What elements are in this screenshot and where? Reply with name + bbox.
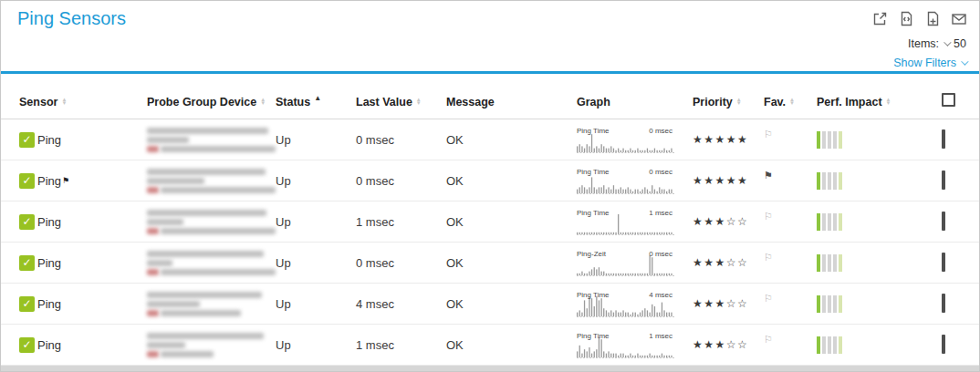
probe-group-device-cell[interactable] [147, 251, 276, 275]
last-value-cell: 0 msec [356, 133, 446, 147]
sensor-cell[interactable]: ✓ Ping ⚑ [19, 214, 147, 230]
sort-icon: ▲▼ [260, 98, 266, 105]
favorite-flag-icon[interactable]: ⚐ [764, 293, 773, 305]
perf-impact-bar [817, 172, 820, 190]
row-checkbox[interactable] [942, 253, 945, 272]
redacted-text-line [147, 137, 189, 143]
sensor-name[interactable]: Ping [37, 174, 61, 188]
favorite-cell[interactable]: ⚐ [764, 213, 817, 230]
message-cell: OK [446, 338, 577, 352]
open-in-new-window-icon[interactable] [871, 10, 888, 26]
priority-stars[interactable]: ★★★☆☆ [693, 297, 764, 310]
perf-impact-bar [839, 172, 842, 190]
xml-export-icon[interactable] [898, 10, 914, 26]
sensor-name[interactable]: Ping [37, 133, 61, 147]
items-count-control[interactable]: Items: 50 [908, 37, 966, 50]
show-filters-toggle[interactable]: Show Filters [893, 57, 966, 69]
redacted-text-line [147, 228, 276, 234]
row-checkbox[interactable] [942, 335, 945, 354]
favorite-flag-icon[interactable]: ⚐ [764, 129, 773, 140]
column-header-lastval[interactable]: Last Value▲▼ [356, 96, 446, 108]
probe-group-device-cell[interactable] [147, 333, 276, 357]
perf-impact-bar [833, 295, 837, 313]
mini-graph: Ping Time 1 msec [577, 332, 674, 358]
sensor-cell[interactable]: ✓ Ping ⚑ [19, 296, 147, 312]
priority-stars[interactable]: ★★★☆☆ [693, 215, 764, 228]
graph-label: Ping Time [577, 332, 610, 340]
row-checkbox[interactable] [942, 170, 945, 190]
row-checkbox[interactable] [942, 129, 945, 149]
favorite-cell[interactable]: ⚐ [764, 295, 817, 312]
favorite-cell[interactable]: ⚐ [764, 254, 817, 271]
sensor-status-check-icon: ✓ [19, 173, 35, 189]
graph-cell[interactable]: Ping Time 4 msec [577, 291, 693, 317]
page-title: Ping Sensors [17, 8, 126, 29]
probe-group-device-cell[interactable] [147, 169, 276, 193]
perf-impact-bar [822, 213, 826, 231]
favorite-cell[interactable]: ⚐ [764, 131, 817, 148]
row-checkbox[interactable] [942, 294, 945, 313]
last-value-cell: 0 msec [356, 174, 446, 188]
favorite-flag-icon[interactable]: ⚐ [764, 211, 773, 222]
favorite-flag-icon[interactable]: ⚐ [764, 252, 773, 264]
sensor-cell[interactable]: ✓ Ping ⚑ [19, 337, 147, 353]
add-report-icon[interactable] [924, 10, 941, 26]
items-label: Items: [908, 37, 939, 50]
graph-cell[interactable]: Ping Time 0 msec [577, 168, 693, 194]
graph-cell[interactable]: Ping Time 1 msec [577, 209, 693, 235]
redacted-text-line [147, 310, 276, 316]
favorite-cell[interactable]: ⚐ [764, 336, 817, 353]
favorite-flag-icon[interactable]: ⚐ [764, 334, 773, 346]
column-header-priority[interactable]: Priority▲▼ [693, 96, 764, 108]
mini-graph: Ping Time 0 msec [577, 168, 674, 194]
sensor-cell[interactable]: ✓ Ping ⚑ [19, 255, 147, 271]
column-header-select[interactable] [942, 95, 980, 108]
priority-stars[interactable]: ★★★☆☆ [693, 256, 764, 269]
redacted-text-line [147, 301, 200, 307]
redacted-text-line [147, 146, 276, 152]
perf-impact-meter [817, 131, 942, 149]
sensor-name[interactable]: Ping [37, 256, 61, 270]
row-checkbox[interactable] [942, 212, 945, 231]
perf-impact-bar [822, 172, 826, 190]
column-header-perf[interactable]: Perf. Impact▲▼ [817, 96, 942, 108]
column-header-sensor[interactable]: Sensor▲▼ [19, 96, 147, 108]
table-row: ✓ Ping ⚑ Up 0 msec OK Ping-Zeit 0 msec ★… [1, 243, 979, 284]
horizontal-scrollbar[interactable] [1, 366, 979, 371]
select-cell [942, 172, 980, 189]
sensor-name[interactable]: Ping [37, 338, 61, 352]
perf-impact-meter [817, 295, 942, 313]
last-value-cell: 0 msec [356, 256, 446, 270]
email-icon[interactable] [951, 10, 967, 26]
graph-cell[interactable]: Ping-Zeit 0 msec [577, 250, 693, 276]
favorite-cell[interactable]: ⚑ [764, 172, 817, 189]
probe-group-device-cell[interactable] [147, 128, 276, 152]
perf-impact-bar [833, 131, 837, 149]
favorite-flag-icon[interactable]: ⚑ [764, 170, 773, 181]
items-count: 50 [954, 37, 966, 50]
perf-impact-bar [822, 295, 826, 313]
perf-impact-bar [822, 254, 826, 272]
sensor-name[interactable]: Ping [37, 215, 61, 229]
device-icon [147, 310, 159, 316]
graph-value: 1 msec [649, 332, 672, 340]
probe-group-device-cell[interactable] [147, 292, 276, 316]
table-header-row: Sensor▲▼Probe Group Device▲▼Status▲Last … [1, 74, 979, 119]
perf-impact-bar [817, 254, 820, 272]
sensor-cell[interactable]: ✓ Ping ⚑ [19, 173, 147, 189]
sensor-name[interactable]: Ping [37, 297, 61, 311]
column-header-status[interactable]: Status▲ [276, 96, 356, 108]
probe-group-device-cell[interactable] [147, 210, 276, 234]
redacted-text-line [147, 178, 204, 184]
table-row: ✓ Ping ⚑ Up 1 msec OK Ping Time 1 msec ★… [1, 202, 979, 243]
sensor-cell[interactable]: ✓ Ping ⚑ [19, 132, 147, 148]
column-header-probe[interactable]: Probe Group Device▲▼ [147, 96, 276, 108]
priority-stars[interactable]: ★★★★★ [693, 133, 764, 146]
graph-label: Ping Time [577, 127, 610, 135]
select-all-checkbox[interactable] [942, 93, 955, 107]
priority-stars[interactable]: ★★★☆☆ [693, 338, 764, 351]
priority-stars[interactable]: ★★★★★ [693, 174, 764, 187]
graph-cell[interactable]: Ping Time 0 msec [577, 127, 693, 153]
column-header-fav[interactable]: Fav.▲▼ [764, 96, 817, 108]
graph-cell[interactable]: Ping Time 1 msec [577, 332, 693, 358]
